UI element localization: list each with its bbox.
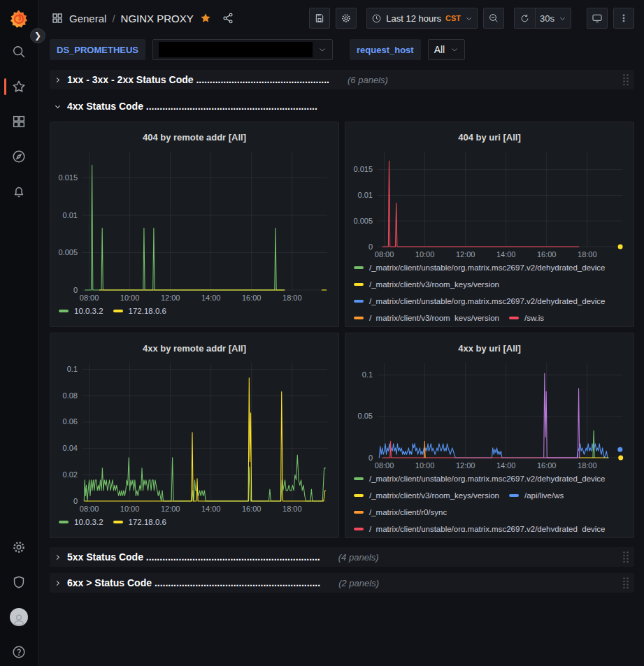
row-title: 4xx Status Code ........................…	[67, 101, 317, 112]
save-dashboard-button[interactable]	[309, 8, 330, 29]
legend-item[interactable]: 10.0.3.2	[59, 515, 103, 528]
dashboards-grid-icon	[11, 114, 27, 129]
panel-title[interactable]: 4xx by remote addr [All]	[56, 339, 333, 357]
timeseries-chart[interactable]: 00.020.040.060.080.108:0010:0012:0014:00…	[56, 357, 333, 515]
legend-series-color	[354, 477, 364, 480]
timeseries-chart[interactable]: 00.0050.010.01508:0010:0012:0014:0016:00…	[351, 146, 628, 261]
svg-text:18:00: 18:00	[282, 505, 302, 513]
row-header-5xx[interactable]: 5xx Status Code ........................…	[50, 547, 634, 567]
sidebar-expand-button[interactable]: ❯	[30, 28, 45, 43]
row-title: 5xx Status Code ........................…	[67, 551, 320, 563]
sidebar-item-help[interactable]	[0, 644, 38, 660]
panel-title[interactable]: 404 by uri [All]	[351, 128, 628, 146]
legend-series-color	[354, 494, 364, 497]
svg-text:08:00: 08:00	[375, 461, 394, 470]
timezone-label: CST	[445, 14, 461, 22]
more-options-button[interactable]	[613, 8, 634, 29]
legend-series-color	[59, 310, 69, 312]
svg-text:08:00: 08:00	[80, 505, 99, 513]
variable-label-ds-prometheus[interactable]: DS_PROMETHEUS	[50, 39, 145, 60]
panel-title[interactable]: 4xx by uri [All]	[351, 339, 628, 357]
svg-text:18:00: 18:00	[578, 461, 597, 470]
sidebar-item-dashboards[interactable]	[0, 113, 38, 130]
svg-text:0: 0	[73, 286, 78, 294]
zoom-out-time-button[interactable]	[483, 8, 504, 29]
row-title: 6xx > Status Code ......................…	[67, 577, 320, 588]
panel-4xx-by-uri: 4xx by uri [All] 00.050.108:0010:0012:00…	[345, 333, 634, 538]
timeseries-chart[interactable]: 00.050.108:0010:0012:0014:0016:0018:00	[351, 357, 628, 472]
legend-item[interactable]: /_matrix/client/v3/room_keys/version	[354, 277, 499, 291]
dashboard-settings-button[interactable]	[336, 8, 357, 29]
svg-text:16:00: 16:00	[242, 505, 262, 513]
svg-text:0: 0	[73, 497, 78, 505]
legend-item[interactable]: /_matrix/client/unstable/org.matrix.msc2…	[354, 261, 606, 274]
sidebar-item-alerting[interactable]	[0, 183, 38, 200]
apps-grid-icon[interactable]	[51, 12, 64, 24]
legend-series-label: 10.0.3.2	[74, 518, 103, 526]
svg-text:0.005: 0.005	[58, 248, 78, 256]
variable-label-request-host[interactable]: request_host	[350, 39, 421, 60]
redacted-value	[159, 42, 313, 57]
drag-handle-icon[interactable]	[622, 577, 630, 589]
sidebar-item-configuration[interactable]	[0, 539, 38, 556]
sidebar-item-search[interactable]	[0, 43, 38, 60]
legend-item[interactable]: /_matrix/client/unstable/org.matrix.msc2…	[354, 294, 606, 307]
chevron-right-icon	[54, 76, 62, 84]
favorite-star-icon[interactable]	[199, 12, 212, 24]
drag-handle-icon[interactable]	[622, 73, 630, 86]
variable-value-ds-prometheus[interactable]	[152, 39, 333, 60]
legend-item[interactable]: /_matrix/client/v3/room_keys/version	[354, 311, 499, 321]
svg-text:12:00: 12:00	[161, 294, 180, 302]
search-icon	[11, 44, 27, 59]
chevron-down-icon	[54, 103, 62, 110]
variable-value-request-host[interactable]: All	[428, 39, 466, 60]
drag-handle-icon[interactable]	[622, 551, 630, 563]
svg-text:0.05: 0.05	[358, 412, 373, 420]
legend-item[interactable]: /_matrix/client/v3/room_keys/version	[354, 488, 499, 502]
grafana-logo-icon[interactable]	[8, 8, 29, 29]
legend-item[interactable]: /sw.js	[509, 311, 544, 321]
timeseries-chart[interactable]: 00.0050.010.01508:0010:0012:0014:0016:00…	[56, 146, 333, 304]
row-panel-count: (4 panels)	[338, 552, 379, 563]
cycle-view-mode-button[interactable]	[587, 8, 608, 29]
legend-series-label: /api/live/ws	[524, 491, 564, 500]
row-header-4xx[interactable]: 4xx Status Code ........................…	[50, 96, 634, 116]
dashboard-title[interactable]: NGINX PROXY	[121, 13, 194, 24]
refresh-interval-value: 30s	[540, 13, 554, 24]
sidebar-item-server-admin[interactable]	[0, 574, 38, 591]
svg-text:0: 0	[368, 242, 373, 251]
legend-series-label: /_matrix/client/unstable/org.matrix.msc2…	[369, 297, 606, 305]
row-header-6xx[interactable]: 6xx > Status Code ......................…	[50, 573, 634, 593]
time-range-picker[interactable]: Last 12 hours CST	[366, 8, 478, 29]
sidebar-item-starred[interactable]	[0, 78, 38, 95]
panel-title[interactable]: 404 by remote addr [All]	[56, 128, 333, 146]
star-icon	[11, 79, 27, 94]
breadcrumb-folder[interactable]: General	[69, 13, 106, 24]
legend-series-label: /_matrix/client/v3/room_keys/version	[369, 491, 499, 500]
sidebar-item-explore[interactable]	[0, 148, 38, 165]
panel-4xx-by-remote-addr: 4xx by remote addr [All] 00.020.040.060.…	[50, 333, 339, 538]
sidebar-item-profile[interactable]	[0, 609, 38, 625]
svg-text:0.015: 0.015	[353, 165, 373, 173]
legend-series-color	[354, 266, 364, 269]
refresh-button[interactable]	[514, 8, 535, 29]
share-icon[interactable]	[222, 12, 234, 24]
panel-grid: 404 by remote addr [All] 00.0050.010.015…	[50, 122, 634, 538]
time-range-label: Last 12 hours	[386, 13, 441, 24]
legend-series-label: /_matrix/client/unstable/org.matrix.msc2…	[369, 525, 606, 533]
legend-item[interactable]: 172.18.0.6	[113, 304, 166, 317]
legend-item[interactable]: /_matrix/client/unstable/org.matrix.msc2…	[354, 472, 606, 485]
legend-item[interactable]: /_matrix/client/r0/sync	[354, 505, 447, 519]
chevron-down-icon	[465, 15, 473, 22]
svg-text:10:00: 10:00	[415, 250, 435, 259]
svg-text:14:00: 14:00	[201, 294, 221, 302]
dashboard-canvas: 1xx - 3xx - 2xx Status Code ............…	[38, 63, 644, 593]
refresh-interval-dropdown[interactable]: 30s	[535, 8, 571, 29]
svg-text:14:00: 14:00	[201, 505, 221, 513]
legend-item[interactable]: /_matrix/client/unstable/org.matrix.msc2…	[354, 522, 606, 532]
row-header-1xx-3xx-2xx[interactable]: 1xx - 3xx - 2xx Status Code ............…	[50, 70, 634, 89]
legend-item[interactable]: 172.18.0.6	[113, 515, 166, 528]
legend-item[interactable]: /api/live/ws	[509, 488, 564, 502]
legend-item[interactable]: 10.0.3.2	[59, 304, 103, 317]
svg-text:0.005: 0.005	[353, 217, 373, 225]
